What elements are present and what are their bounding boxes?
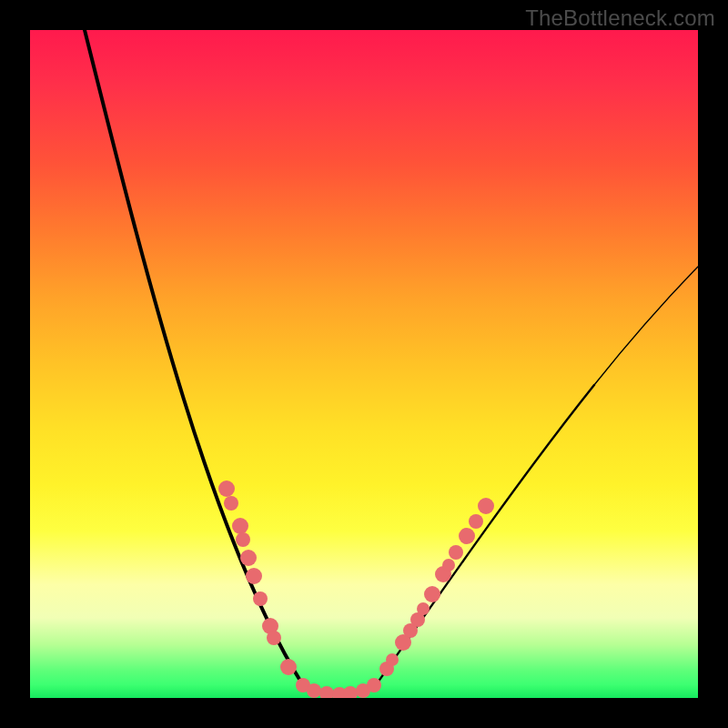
data-point: [218, 480, 235, 497]
data-point: [343, 686, 358, 698]
data-point: [478, 498, 494, 514]
data-point: [469, 514, 483, 529]
data-point: [386, 653, 399, 666]
watermark-text: TheBottleneck.com: [525, 5, 715, 31]
data-point: [307, 683, 321, 698]
data-point: [246, 568, 262, 584]
data-point: [424, 586, 440, 602]
data-point: [280, 659, 297, 675]
data-point: [232, 518, 248, 534]
scatter-right: [379, 498, 494, 676]
scatter-bottom: [296, 678, 381, 698]
data-point: [236, 532, 250, 547]
data-point: [367, 678, 381, 693]
plot-area: [30, 30, 698, 698]
data-point: [442, 559, 455, 571]
data-point: [459, 528, 475, 544]
data-point: [253, 592, 268, 606]
curve-layer: [30, 30, 698, 698]
data-point: [267, 631, 281, 645]
data-point: [224, 496, 238, 511]
data-point: [449, 545, 463, 560]
data-point: [417, 602, 430, 615]
chart-frame: TheBottleneck.com: [0, 0, 728, 728]
bottleneck-curve-thin: [594, 267, 698, 385]
bottleneck-curve-thick: [85, 30, 303, 685]
data-point: [240, 550, 257, 566]
scatter-left: [218, 480, 297, 675]
data-point: [319, 686, 334, 698]
